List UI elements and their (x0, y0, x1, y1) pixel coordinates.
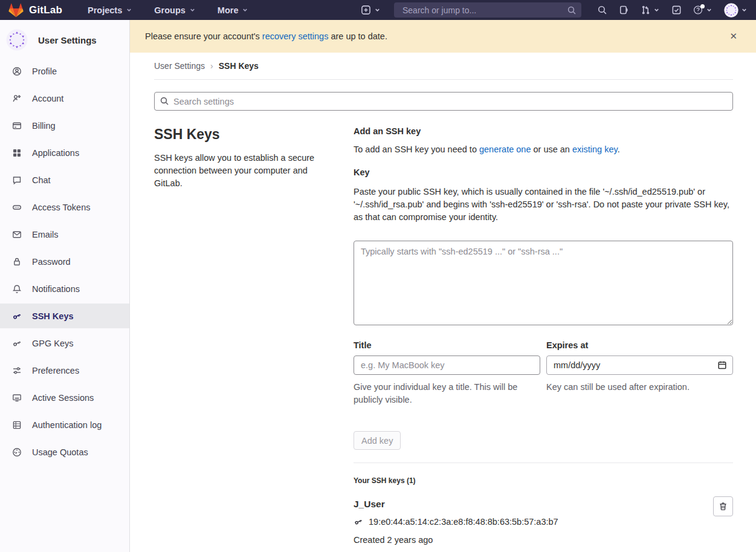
nav-menu-more[interactable]: More (218, 5, 249, 15)
ssh-key-list-item: J_User 19:e0:44:a5:14:c2:3a:e8:f8:48:8b:… (354, 499, 733, 552)
page-body: User Settings › SSH Keys SSH Keys SSH ke… (130, 53, 756, 552)
issues-icon[interactable] (619, 5, 629, 15)
settings-search (154, 92, 733, 111)
avatar (6, 29, 28, 51)
recovery-settings-link[interactable]: recovery settings (262, 31, 329, 41)
expires-help-text: Key can still be used after expiration. (546, 381, 733, 394)
ssh-keys-icon (12, 311, 22, 321)
close-icon[interactable]: ✕ (726, 28, 741, 44)
existing-key-link[interactable]: existing key (572, 144, 618, 154)
todos-icon[interactable] (671, 5, 682, 15)
title-input[interactable] (354, 356, 540, 375)
title-label: Title (354, 340, 540, 350)
plus-icon (361, 5, 371, 15)
sidebar-nav: ProfileAccountBillingApplicationsChatAcc… (0, 59, 129, 464)
chevron-down-icon (706, 7, 712, 13)
add-key-button[interactable]: Add key (354, 431, 401, 450)
sidebar-item-authentication-log[interactable]: Authentication log (0, 412, 129, 437)
sidebar-item-applications[interactable]: Applications (0, 140, 129, 165)
sidebar-item-usage-quotas[interactable]: Usage Quotas (0, 440, 129, 464)
sidebar-item-preferences[interactable]: Preferences (0, 358, 129, 383)
key-input[interactable] (354, 241, 733, 325)
nav-menu-groups[interactable]: Groups (154, 5, 196, 15)
help-menu[interactable] (693, 5, 712, 15)
settings-sidebar: User Settings ProfileAccountBillingAppli… (0, 20, 130, 552)
authentication-log-icon (12, 420, 22, 430)
new-menu-button[interactable] (361, 5, 381, 15)
profile-icon (12, 67, 22, 76)
search-nav-icon[interactable] (597, 5, 607, 15)
account-icon (12, 94, 22, 103)
top-navbar: GitLab ProjectsGroupsMore (0, 0, 756, 20)
section-divider (354, 463, 733, 463)
gitlab-logo[interactable]: GitLab (8, 3, 62, 18)
gpg-keys-icon (12, 339, 22, 348)
page-description: SSH keys allow you to establish a secure… (154, 152, 320, 190)
ssh-key-name[interactable]: J_User (354, 499, 733, 510)
banner-text: Please ensure your account's recovery se… (145, 31, 387, 41)
nav-menu-projects[interactable]: Projects (88, 5, 132, 15)
access-tokens-icon (12, 203, 22, 212)
chat-icon (12, 175, 22, 185)
sidebar-item-gpg-keys[interactable]: GPG Keys (0, 331, 129, 356)
chevron-down-icon (741, 7, 748, 13)
section-form: Add an SSH key To add an SSH key you nee… (354, 122, 733, 552)
expires-at-input[interactable]: mm/dd/yyyy (546, 356, 733, 375)
applications-icon (12, 148, 22, 158)
chevron-down-icon (374, 7, 381, 13)
notification-dot (700, 4, 705, 8)
section-intro: SSH Keys SSH keys allow you to establish… (154, 122, 320, 552)
navbar-menu: ProjectsGroupsMore (88, 5, 248, 15)
global-search[interactable] (394, 2, 581, 18)
fingerprint-row: 19:e0:44:a5:14:c2:3a:e8:f8:48:8b:63:5b:5… (354, 517, 733, 527)
chevron-down-icon (653, 7, 660, 13)
key-icon (354, 517, 363, 527)
title-help-text: Give your individual key a title. This w… (354, 381, 540, 406)
add-ssh-key-heading: Add an SSH key (354, 126, 733, 136)
global-search-input[interactable] (401, 5, 567, 16)
billing-icon (12, 121, 22, 131)
sidebar-item-chat[interactable]: Chat (0, 167, 129, 192)
sidebar-item-emails[interactable]: Emails (0, 222, 129, 247)
active-sessions-icon (12, 393, 22, 403)
usage-quotas-icon (12, 447, 22, 457)
title-field: Title Give your individual key a title. … (354, 340, 540, 415)
chevron-down-icon (126, 7, 132, 13)
title-expires-row: Title Give your individual key a title. … (354, 340, 733, 415)
search-icon (567, 5, 577, 15)
sidebar-title: User Settings (38, 35, 97, 45)
app-body: User Settings ProfileAccountBillingAppli… (0, 20, 756, 552)
breadcrumb-separator: › (210, 61, 213, 71)
sidebar-item-access-tokens[interactable]: Access Tokens (0, 195, 129, 219)
sidebar-item-active-sessions[interactable]: Active Sessions (0, 385, 129, 410)
breadcrumb-user-settings[interactable]: User Settings (154, 61, 205, 71)
password-icon (12, 257, 22, 267)
generate-one-link[interactable]: generate one (479, 144, 531, 154)
merge-requests-menu[interactable] (641, 5, 660, 15)
sidebar-item-password[interactable]: Password (0, 249, 129, 274)
sidebar-item-account[interactable]: Account (0, 86, 129, 111)
calendar-icon[interactable] (717, 360, 727, 370)
recovery-banner: Please ensure your account's recovery se… (130, 20, 756, 53)
expires-label: Expires at (546, 340, 733, 350)
merge-requests-icon (641, 5, 651, 15)
settings-search-input[interactable] (154, 92, 733, 111)
emails-icon (12, 230, 22, 239)
sidebar-item-ssh-keys[interactable]: SSH Keys (0, 304, 129, 328)
add-ssh-key-intro: To add an SSH key you need to generate o… (354, 144, 733, 154)
chevron-down-icon (242, 7, 248, 13)
sidebar-item-billing[interactable]: Billing (0, 113, 129, 138)
sidebar-item-notifications[interactable]: Notifications (0, 276, 129, 301)
expires-field: Expires at mm/dd/yyyy Key can still be u… (546, 340, 733, 415)
user-menu[interactable] (724, 3, 748, 18)
help-icon (693, 5, 703, 15)
navbar-tools (597, 3, 748, 18)
brand-text: GitLab (29, 4, 62, 16)
breadcrumb: User Settings › SSH Keys (154, 53, 733, 80)
chevron-down-icon (189, 7, 196, 13)
sidebar-item-profile[interactable]: Profile (0, 59, 129, 83)
ssh-key-created: Created 2 years ago (354, 535, 733, 545)
preferences-icon (12, 366, 22, 375)
breadcrumb-current: SSH Keys (219, 61, 259, 71)
delete-key-button[interactable] (713, 496, 733, 516)
